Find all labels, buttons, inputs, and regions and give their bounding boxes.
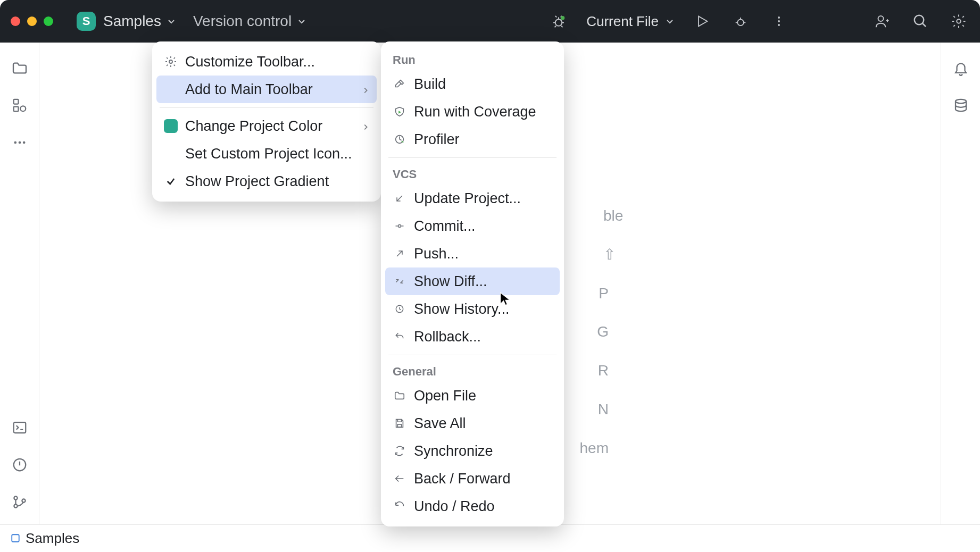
menu-item-label: Add to Main Toolbar (185, 81, 313, 98)
problems-icon[interactable] (9, 454, 30, 475)
menu-undo-redo[interactable]: Undo / Redo (381, 492, 564, 520)
project-badge[interactable]: S (77, 12, 96, 31)
titlebar: S Samples Version control Current File (0, 0, 980, 43)
save-icon (393, 416, 406, 430)
window-controls (11, 16, 53, 26)
right-tool-rail (941, 43, 980, 524)
menu-open-file[interactable]: Open File (381, 382, 564, 409)
svg-point-10 (20, 106, 26, 111)
menu-item-label: Profiler (414, 131, 460, 148)
menu-set-custom-icon[interactable]: Set Custom Project Icon... (152, 140, 381, 168)
arrow-down-left-icon (393, 191, 406, 205)
undo-icon (393, 330, 406, 344)
svg-point-6 (878, 16, 884, 21)
gear-icon (164, 55, 178, 69)
run-icon[interactable] (692, 11, 713, 32)
menu-item-label: Run with Coverage (414, 104, 536, 120)
svg-point-22 (169, 60, 172, 63)
more-vertical-icon[interactable] (768, 11, 790, 32)
maximize-window-button[interactable] (44, 16, 53, 26)
menu-item-label: Build (414, 76, 446, 93)
hint-line-5: N (598, 401, 609, 417)
debug-icon[interactable] (730, 11, 751, 32)
undo-curve-icon (393, 499, 406, 513)
minimize-window-button[interactable] (27, 16, 37, 26)
menu-commit[interactable]: Commit... (381, 212, 564, 240)
notification-bell-icon[interactable] (950, 57, 971, 79)
close-window-button[interactable] (11, 16, 20, 26)
menu-show-history[interactable]: Show History... (381, 295, 564, 323)
menu-item-label: Rollback... (414, 329, 481, 345)
commit-icon (393, 219, 406, 233)
svg-point-1 (561, 16, 565, 20)
hint-line-3: G (597, 323, 609, 340)
svg-point-18 (14, 504, 17, 507)
menu-show-project-gradient[interactable]: Show Project Gradient (152, 168, 381, 195)
add-user-icon[interactable] (871, 11, 893, 32)
chevron-right-icon (362, 118, 369, 135)
menu-section-general: General (381, 359, 564, 382)
arrow-up-right-icon (393, 247, 406, 261)
search-icon[interactable] (910, 11, 931, 32)
hint-line-2: P (599, 285, 609, 302)
menu-update-project[interactable]: Update Project... (381, 185, 564, 212)
svg-rect-9 (13, 99, 18, 104)
chevron-down-icon (297, 16, 306, 26)
menu-item-label: Show Diff... (414, 273, 487, 290)
diff-icon (393, 274, 406, 288)
menu-synchronize[interactable]: Synchronize (381, 437, 564, 465)
run-config-selector[interactable]: Current File (586, 13, 675, 30)
terminal-icon[interactable] (9, 417, 30, 438)
menu-show-diff[interactable]: Show Diff... (385, 267, 560, 295)
hint-line-4: R (598, 362, 609, 379)
bug-icon[interactable] (548, 11, 569, 32)
svg-point-7 (915, 15, 924, 25)
menu-save-all[interactable]: Save All (381, 409, 564, 437)
menu-item-label: Show History... (414, 301, 510, 317)
menu-item-label: Commit... (414, 218, 476, 235)
more-horizontal-icon[interactable] (9, 132, 30, 153)
menu-item-label: Show Project Gradient (185, 173, 329, 190)
gear-icon[interactable] (948, 11, 969, 32)
status-project-name[interactable]: Samples (26, 530, 79, 547)
module-icon (11, 530, 20, 547)
chevron-down-icon (665, 16, 675, 26)
svg-rect-11 (13, 107, 18, 112)
hint-line-1: ble ⇧ (603, 207, 623, 263)
svg-point-3 (778, 16, 780, 19)
blank-icon (164, 82, 178, 96)
menu-change-project-color[interactable]: Change Project Color (152, 112, 381, 140)
menu-back-forward[interactable]: Back / Forward (381, 465, 564, 492)
database-icon[interactable] (950, 95, 971, 116)
folder-icon[interactable] (9, 57, 30, 79)
toolbar-context-menu: Customize Toolbar... Add to Main Toolbar… (152, 41, 381, 202)
run-config-label: Current File (586, 13, 659, 30)
menu-add-to-main-toolbar[interactable]: Add to Main Toolbar (156, 76, 377, 103)
folder-icon (393, 389, 406, 403)
svg-point-12 (14, 141, 16, 144)
structure-icon[interactable] (9, 95, 30, 116)
menu-rollback[interactable]: Rollback... (381, 323, 564, 350)
menu-item-label: Set Custom Project Icon... (185, 146, 352, 162)
svg-point-0 (555, 19, 562, 26)
vcs-dropdown[interactable]: Version control (193, 13, 306, 30)
menu-separator (388, 157, 557, 158)
menu-push[interactable]: Push... (381, 240, 564, 267)
project-selector[interactable]: Samples (103, 13, 176, 30)
check-icon (164, 176, 178, 187)
menu-run-with-coverage[interactable]: Run with Coverage (381, 98, 564, 126)
blank-icon (164, 147, 178, 161)
vcs-branch-icon[interactable] (9, 491, 30, 513)
menu-item-label: Push... (414, 246, 459, 262)
menu-build[interactable]: Build (381, 70, 564, 98)
menu-profiler[interactable]: Profiler (381, 126, 564, 153)
svg-point-2 (737, 20, 744, 26)
menu-item-label: Open File (414, 388, 476, 404)
arrow-left-icon (393, 472, 406, 486)
svg-point-14 (22, 141, 25, 144)
menu-item-label: Save All (414, 415, 466, 432)
titlebar-right-actions: Current File (548, 11, 969, 32)
menu-section-run: Run (381, 48, 564, 70)
hammer-icon (393, 77, 406, 91)
menu-customize-toolbar[interactable]: Customize Toolbar... (152, 48, 381, 76)
